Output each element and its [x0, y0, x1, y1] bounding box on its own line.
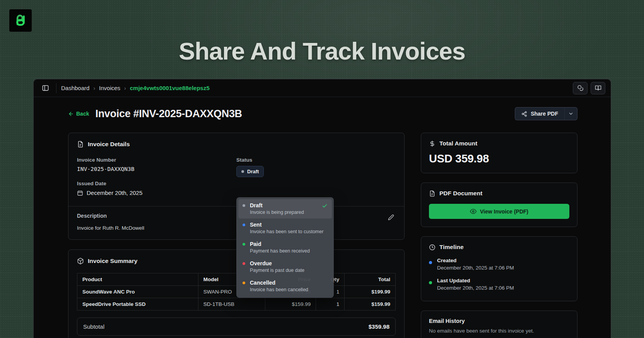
view-invoice-pdf-label: View Invoice (PDF) [480, 208, 528, 215]
file-text-icon [429, 190, 436, 197]
status-option-label: Draft [250, 202, 327, 208]
cell-model: SD-1TB-USB [198, 298, 265, 311]
table-row: SpeedDrive Portable SSD SD-1TB-USB $159.… [77, 298, 396, 311]
file-text-icon [77, 141, 84, 148]
total-amount-title: Total Amount [439, 140, 477, 147]
status-option-cancelled[interactable]: Cancelled Invoice has been cancelled [238, 277, 332, 296]
subtotal-row: Subtotal $359.98 [77, 318, 396, 336]
status-dropdown-menu: Draft Invoice is being prepared Sent [236, 197, 334, 298]
status-option-overdue[interactable]: Overdue Payment is past due date [238, 257, 332, 277]
status-option-sent[interactable]: Sent Invoice has been sent to customer [238, 219, 332, 238]
breadcrumb-separator: › [124, 85, 126, 91]
invoice-number-label: Invoice Number [77, 157, 236, 163]
calendar-icon [77, 190, 83, 196]
view-invoice-pdf-button[interactable]: View Invoice (PDF) [429, 204, 569, 219]
hero: Share And Track Invoices [0, 0, 644, 65]
timeline-dot-created [429, 261, 432, 264]
invoice-header: Back Invoice #INV-2025-DAXXQN3B Share PD… [68, 107, 577, 120]
app-window: Dashboard › Invoices › cmje4vwts0001vue8… [33, 79, 611, 338]
breadcrumb: Dashboard › Invoices › cmje4vwts0001vue8… [61, 85, 210, 91]
status-option-description: Invoice has been sent to customer [250, 229, 327, 234]
timeline-title: Timeline [439, 244, 464, 251]
topbar-divider [56, 83, 56, 93]
share-options-button[interactable] [564, 107, 577, 120]
app-logo[interactable] [9, 9, 32, 32]
cell-product: SpeedDrive Portable SSD [77, 298, 198, 311]
status-option-label: Paid [250, 241, 327, 247]
invoice-number-value: INV-2025-DAXXQN3B [77, 166, 236, 172]
docs-button[interactable] [591, 82, 605, 94]
package-icon [77, 258, 84, 265]
timeline-event-updated: Last Updated December 20th, 2025 at 7:06… [429, 278, 569, 291]
status-badge[interactable]: Draft [236, 166, 264, 177]
status-option-paid[interactable]: Paid Payment has been received [238, 238, 332, 257]
status-option-label: Overdue [250, 260, 327, 266]
dollar-sign-icon [429, 140, 436, 147]
breadcrumb-invoice-id: cmje4vwts0001vue88elepsz5 [130, 85, 210, 91]
share-pdf-label: Share PDF [531, 111, 558, 117]
status-option-label: Cancelled [250, 280, 327, 286]
back-label: Back [76, 111, 89, 117]
topbar: Dashboard › Invoices › cmje4vwts0001vue8… [34, 79, 611, 97]
issued-date-label: Issued Date [77, 181, 236, 186]
timeline-event-created: Created December 20th, 2025 at 7:06 PM [429, 258, 569, 271]
timeline-event-date: December 20th, 2025 at 7:06 PM [437, 285, 514, 291]
cell-product: SoundWave ANC Pro [77, 286, 198, 298]
timeline-event-label: Created [437, 258, 514, 263]
page-title: Share And Track Invoices [0, 37, 644, 65]
status-dot-sent [243, 224, 245, 226]
status-dot-overdue [243, 262, 245, 265]
timeline-event-date: December 20th, 2025 at 7:06 PM [437, 265, 514, 271]
issued-date-value: December 20th, 2025 [87, 189, 142, 196]
status-option-description: Payment has been received [250, 248, 327, 254]
panel-left-icon [42, 84, 49, 92]
status-dot-cancelled [243, 282, 245, 284]
timeline-card: Timeline Created December 20th, 2025 at … [421, 236, 577, 301]
arrow-left-icon [68, 111, 74, 117]
edit-description-button[interactable] [386, 213, 396, 222]
invoice-title: Invoice #INV-2025-DAXXQN3B [95, 108, 242, 120]
breadcrumb-separator: › [93, 85, 95, 91]
invoice-details-card: Invoice Details Invoice Number INV-2025-… [68, 133, 405, 240]
sidebar-toggle-button[interactable] [39, 82, 51, 94]
status-badge-label: Draft [247, 169, 259, 174]
pdf-document-card: PDF Document View Invoice (PDF) [421, 183, 577, 227]
breadcrumb-dashboard[interactable]: Dashboard [61, 85, 89, 91]
share-pdf-button[interactable]: Share PDF [515, 107, 564, 120]
status-option-draft[interactable]: Draft Invoice is being prepared [238, 199, 332, 219]
col-total: Total [345, 273, 396, 286]
cell-qty: 1 [316, 298, 345, 311]
status-option-description: Payment is past due date [250, 268, 327, 273]
eye-icon [470, 208, 477, 215]
share-icon [521, 111, 527, 117]
status-dot-paid [243, 243, 245, 246]
coins-icon [577, 85, 584, 91]
book-open-icon [595, 85, 601, 91]
invoice-summary-title: Invoice Summary [88, 258, 137, 265]
pencil-icon [388, 214, 394, 220]
total-amount-value: USD 359.98 [429, 152, 569, 165]
status-option-label: Sent [250, 222, 327, 228]
breadcrumb-invoices[interactable]: Invoices [99, 85, 120, 91]
timeline-event-label: Last Updated [437, 278, 514, 283]
invoice-details-title: Invoice Details [88, 141, 130, 148]
brand-p-icon [13, 13, 28, 28]
chevron-down-icon [568, 111, 574, 116]
credits-button[interactable] [573, 82, 588, 94]
status-dot [241, 170, 244, 173]
email-history-empty-message: No emails have been sent for this invoic… [429, 328, 569, 334]
cell-price: $159.99 [265, 298, 316, 311]
check-icon [322, 203, 328, 209]
subtotal-value: $359.98 [369, 323, 389, 330]
description-label: Description [77, 213, 144, 219]
back-button[interactable]: Back [68, 111, 89, 117]
cell-total: $159.99 [345, 298, 396, 311]
status-label: Status [236, 157, 396, 163]
col-product: Product [77, 273, 198, 286]
subtotal-label: Subtotal [83, 323, 104, 330]
email-history-card: Email History No emails have been sent f… [421, 311, 577, 338]
cell-total: $199.99 [345, 286, 396, 298]
clock-icon [429, 244, 436, 251]
status-option-description: Invoice is being prepared [250, 210, 327, 215]
email-history-title: Email History [429, 318, 569, 324]
